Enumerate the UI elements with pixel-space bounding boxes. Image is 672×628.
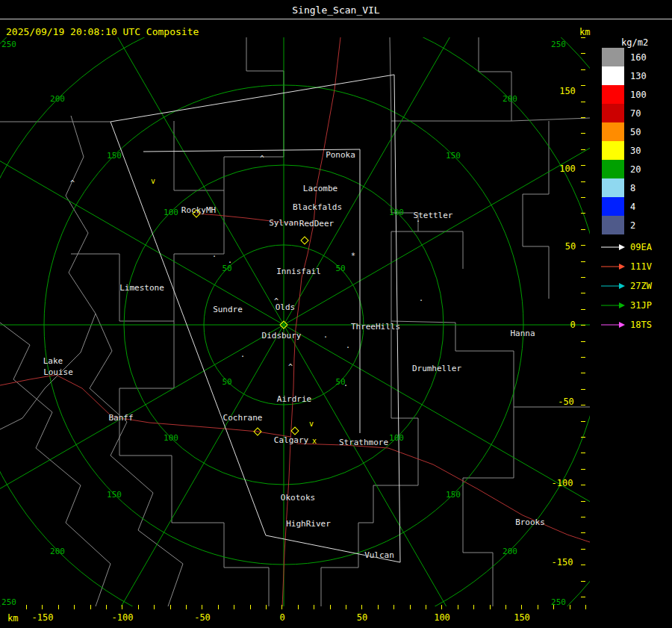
- city-label: Strathmore: [339, 438, 388, 447]
- range-ring-label: 50: [222, 378, 231, 386]
- color-scale-row: 2: [602, 216, 647, 234]
- color-scale-swatch: [602, 48, 624, 66]
- bottom-axis-label: 0: [279, 613, 284, 622]
- radar-list: 09EA 111V 27ZW 31JP: [600, 237, 652, 335]
- range-ring-label: 250: [551, 40, 566, 49]
- color-scale-swatch: [602, 122, 624, 141]
- city-label: Airdrie: [277, 395, 311, 403]
- color-scale-value: 8: [630, 183, 635, 193]
- color-scale-value: 20: [630, 164, 641, 175]
- color-scale-value: 50: [630, 127, 641, 137]
- range-ring-label: 200: [50, 547, 65, 556]
- range-ring-label: 100: [164, 208, 178, 217]
- color-scale-swatch: [602, 160, 624, 178]
- map-point-marker: *: [351, 252, 355, 260]
- range-ring-label: 150: [446, 491, 461, 499]
- radar-list-row: 31JP: [600, 296, 652, 315]
- color-scale-swatch: [602, 85, 624, 104]
- color-scale-row: 130: [602, 66, 647, 85]
- city-label: Drumheller: [412, 364, 461, 373]
- map-point-marker: v: [151, 178, 155, 185]
- right-axis-label: -150: [552, 558, 573, 567]
- radar-arrow-icon: [600, 262, 626, 271]
- radar-list-row: 111V: [600, 257, 652, 276]
- city-label: Banff: [108, 414, 133, 422]
- right-axis-ticks: [581, 37, 585, 606]
- range-ring-label: 250: [1, 598, 16, 606]
- color-scale-row: 30: [602, 141, 647, 160]
- range-ring-label: 150: [107, 491, 122, 499]
- bottom-axis-ticks: [26, 605, 591, 609]
- color-scale-row: 160: [602, 48, 647, 66]
- color-scale-row: 70: [602, 104, 647, 122]
- radar-arrow-icon: [600, 282, 626, 290]
- color-scale-swatch: [602, 197, 624, 216]
- right-axis-label: 0: [570, 320, 575, 329]
- radar-id-label: 09EA: [630, 242, 652, 252]
- range-ring-label: 100: [164, 434, 178, 442]
- color-scale-value: 100: [630, 90, 647, 100]
- city-label: Vulcan: [364, 551, 394, 559]
- color-scale-row: 8: [602, 178, 647, 197]
- map-point-marker: ·: [419, 297, 423, 305]
- range-ring-label: 50: [335, 264, 345, 273]
- right-axis-label: 100: [559, 164, 576, 173]
- range-ring-label: 150: [446, 152, 461, 160]
- color-scale: 160 130 100 70 50 30 20 8: [602, 48, 647, 234]
- color-scale-value: 30: [630, 146, 641, 156]
- right-axis-label: 150: [559, 87, 576, 96]
- city-label: Cochrane: [223, 414, 263, 422]
- map-point-marker: ·: [323, 334, 328, 341]
- color-scale-swatch: [602, 66, 624, 85]
- city-label: RedDeer: [299, 220, 334, 228]
- bottom-axis-label: 50: [357, 613, 367, 622]
- color-scale-value: 4: [630, 202, 635, 212]
- city-label: Innisfail: [276, 267, 321, 276]
- color-scale-row: 50: [602, 122, 647, 141]
- city-label: Limestone: [119, 284, 164, 292]
- city-label: Lacombe: [303, 184, 337, 193]
- city-label: Louise: [43, 368, 73, 376]
- color-scale-value: 130: [630, 71, 647, 81]
- color-scale-swatch: [602, 104, 624, 122]
- radar-list-row: 09EA: [600, 237, 652, 257]
- right-axis-label: -100: [552, 479, 573, 488]
- radar-id-label: 18TS: [630, 320, 652, 330]
- map-point-marker: ^: [70, 180, 75, 187]
- map-point-marker: ·: [416, 218, 420, 226]
- color-scale-value: 2: [630, 220, 635, 231]
- color-scale-row: 20: [602, 160, 647, 178]
- map-point-marker: ·: [212, 253, 217, 261]
- color-scale-row: 100: [602, 85, 647, 104]
- city-label: Ponoka: [326, 151, 355, 159]
- scan-area-boundaries: [111, 75, 400, 562]
- range-ring-label: 200: [50, 95, 65, 103]
- range-ring-label: 200: [503, 547, 517, 556]
- bottom-axis-label: -100: [112, 613, 134, 622]
- radar-list-row: 27ZW: [600, 276, 652, 296]
- map-point-marker: ·: [228, 259, 232, 267]
- radar-arrow-icon: [600, 243, 626, 252]
- color-scale-swatch: [602, 216, 624, 234]
- color-scale-swatch: [602, 178, 624, 197]
- map-point-marker: x: [312, 438, 317, 445]
- bottom-axis-label: -150: [32, 613, 54, 622]
- range-ring-label: 150: [107, 152, 122, 160]
- color-scale-value: 70: [630, 108, 641, 119]
- color-scale-swatch: [602, 141, 624, 160]
- radar-id-label: 27ZW: [630, 281, 652, 291]
- city-label: Sundre: [213, 305, 243, 314]
- radar-list-row: 18TS: [600, 315, 652, 335]
- range-ring-label: 100: [389, 434, 404, 442]
- city-label: Blackfalds: [293, 203, 342, 211]
- city-label: Didsbury: [262, 332, 302, 340]
- map-point-marker: ^: [288, 364, 293, 371]
- map-point-marker: ^: [274, 298, 279, 305]
- range-ring-label: 250: [1, 40, 16, 49]
- map-point-marker: v: [309, 420, 314, 428]
- range-ring-label: 200: [503, 95, 517, 103]
- city-label: ThreeHills: [351, 323, 400, 331]
- city-label: Lake: [43, 357, 63, 365]
- range-ring-label: 100: [389, 208, 404, 217]
- bottom-axis-label: -50: [194, 613, 211, 622]
